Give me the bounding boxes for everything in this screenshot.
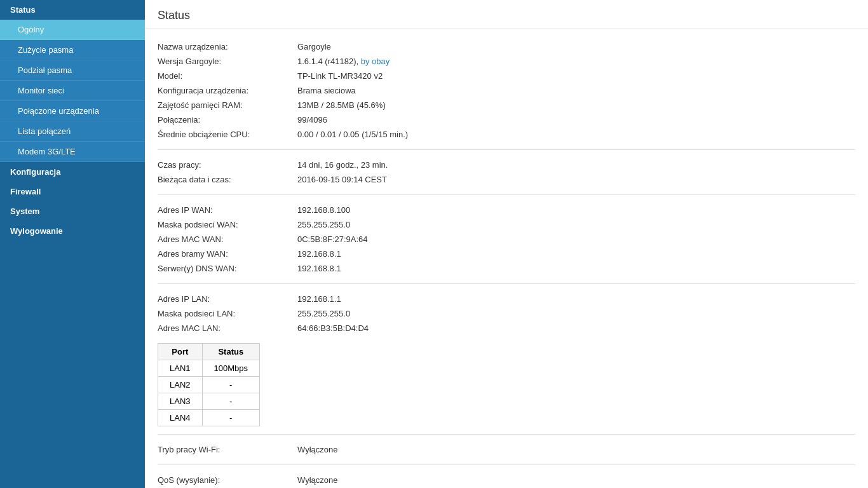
version-value: 1.6.1.4 (r41182), by obay	[297, 54, 855, 69]
lan-ip-row: Adres IP LAN: 192.168.1.1	[158, 292, 855, 306]
lan-mac-row: Adres MAC LAN: 64:66:B3:5B:D4:D4	[158, 321, 855, 336]
qos-up-row: QoS (wysyłanie): Wyłączone	[158, 473, 855, 487]
port-row: LAN4-	[158, 410, 260, 426]
wan-ip-row: Adres IP WAN: 192.168.8.100	[158, 203, 855, 217]
lan-mac-label: Adres MAC LAN:	[158, 321, 297, 336]
lan-mask-label: Maska podsieci LAN:	[158, 306, 297, 321]
port-cell: LAN2	[158, 377, 203, 393]
sidebar-item-monitor-sieci[interactable]: Monitor sieci	[0, 81, 145, 101]
config-row: Konfiguracja urządzenia: Brama sieciowa	[158, 83, 855, 98]
ram-row: Zajętość pamięci RAM: 13MB / 28.5MB (45.…	[158, 98, 855, 112]
wan-mac-row: Adres MAC WAN: 0C:5B:8F:27:9A:64	[158, 232, 855, 247]
uptime-value: 14 dni, 16 godz., 23 min.	[297, 158, 855, 172]
config-label: Konfiguracja urządzenia:	[158, 83, 297, 98]
sidebar-item-podzial-pasma[interactable]: Podział pasma	[0, 60, 145, 81]
sidebar-group-konfiguracja[interactable]: Konfiguracja	[0, 162, 145, 182]
port-cell: LAN1	[158, 360, 203, 377]
wifi-value: Wyłączone	[297, 442, 855, 457]
lan-mac-value: 64:66:B3:5B:D4:D4	[297, 321, 855, 336]
page-title: Status	[145, 0, 868, 29]
model-row: Model: TP-Link TL-MR3420 v2	[158, 69, 855, 83]
port-cell: LAN3	[158, 393, 203, 410]
sidebar-group-status: Status	[0, 0, 145, 20]
sidebar-item-ogolny[interactable]: Ogólny	[0, 20, 145, 40]
version-link[interactable]: by obay	[361, 57, 390, 66]
device-name-value: Gargoyle	[297, 39, 855, 54]
divider-4	[158, 434, 855, 435]
sidebar-item-modem-3g[interactable]: Modem 3G/LTE	[0, 142, 145, 162]
port-status-cell: -	[202, 377, 259, 393]
port-row: LAN1100Mbps	[158, 360, 260, 377]
ram-value: 13MB / 28.5MB (45.6%)	[297, 98, 855, 112]
port-status-cell: 100Mbps	[202, 360, 259, 377]
sidebar-group-wylogowanie[interactable]: Wylogowanie	[0, 221, 145, 241]
wan-dns-label: Serwer(y) DNS WAN:	[158, 261, 297, 276]
ram-label: Zajętość pamięci RAM:	[158, 98, 297, 112]
datetime-label: Bieżąca data i czas:	[158, 172, 297, 187]
connections-row: Połączenia: 99/4096	[158, 112, 855, 127]
sidebar: Status Ogólny Zużycie pasma Podział pasm…	[0, 0, 145, 488]
datetime-value: 2016-09-15 09:14 CEST	[297, 172, 855, 187]
wan-mac-label: Adres MAC WAN:	[158, 232, 297, 247]
wan-dns-value: 192.168.8.1	[297, 261, 855, 276]
wan-gw-row: Adres bramy WAN: 192.168.8.1	[158, 247, 855, 261]
port-cell: LAN4	[158, 410, 203, 426]
wifi-label: Tryb pracy Wi-Fi:	[158, 442, 297, 457]
version-label: Wersja Gargoyle:	[158, 54, 297, 69]
wan-ip-value: 192.168.8.100	[297, 203, 855, 217]
lan-ip-label: Adres IP LAN:	[158, 292, 297, 306]
lan-info-table: Adres IP LAN: 192.168.1.1 Maska podsieci…	[158, 292, 855, 336]
divider-3	[158, 283, 855, 284]
wan-mask-label: Maska podsieci WAN:	[158, 217, 297, 232]
device-name-row: Nazwa urządzenia: Gargoyle	[158, 39, 855, 54]
uptime-row: Czas pracy: 14 dni, 16 godz., 23 min.	[158, 158, 855, 172]
cpu-value: 0.00 / 0.01 / 0.05 (1/5/15 min.)	[297, 127, 855, 142]
version-row: Wersja Gargoyle: 1.6.1.4 (r41182), by ob…	[158, 54, 855, 69]
device-name-label: Nazwa urządzenia:	[158, 39, 297, 54]
port-status-cell: -	[202, 393, 259, 410]
wan-info-table: Adres IP WAN: 192.168.8.100 Maska podsie…	[158, 203, 855, 276]
connections-value: 99/4096	[297, 112, 855, 127]
port-status-cell: -	[202, 410, 259, 426]
config-value: Brama sieciowa	[297, 83, 855, 98]
wan-gw-label: Adres bramy WAN:	[158, 247, 297, 261]
wifi-row: Tryb pracy Wi-Fi: Wyłączone	[158, 442, 855, 457]
lan-mask-row: Maska podsieci LAN: 255.255.255.0	[158, 306, 855, 321]
sidebar-item-polaczone-urzadzenia[interactable]: Połączone urządzenia	[0, 101, 145, 121]
connections-label: Połączenia:	[158, 112, 297, 127]
time-info-table: Czas pracy: 14 dni, 16 godz., 23 min. Bi…	[158, 158, 855, 187]
port-row: LAN3-	[158, 393, 260, 410]
divider-1	[158, 149, 855, 150]
wan-mac-value: 0C:5B:8F:27:9A:64	[297, 232, 855, 247]
wan-mask-row: Maska podsieci WAN: 255.255.255.0	[158, 217, 855, 232]
sidebar-item-zuzycie-pasma[interactable]: Zużycie pasma	[0, 40, 145, 60]
sidebar-group-system[interactable]: System	[0, 201, 145, 221]
port-status-table: Port Status LAN1100MbpsLAN2-LAN3-LAN4-	[158, 343, 260, 426]
device-info-table: Nazwa urządzenia: Gargoyle Wersja Gargoy…	[158, 39, 855, 142]
wan-gw-value: 192.168.8.1	[297, 247, 855, 261]
wan-ip-label: Adres IP WAN:	[158, 203, 297, 217]
port-row: LAN2-	[158, 377, 260, 393]
model-label: Model:	[158, 69, 297, 83]
sidebar-item-lista-polaczen[interactable]: Lista połączeń	[0, 121, 145, 142]
sidebar-group-firewall[interactable]: Firewall	[0, 182, 145, 201]
wan-dns-row: Serwer(y) DNS WAN: 192.168.8.1	[158, 261, 855, 276]
lan-ip-value: 192.168.1.1	[297, 292, 855, 306]
main-content: Status Nazwa urządzenia: Gargoyle Wersja…	[145, 0, 868, 488]
port-table-header: Port Status	[158, 344, 260, 360]
cpu-label: Średnie obciążenie CPU:	[158, 127, 297, 142]
divider-5	[158, 464, 855, 465]
datetime-row: Bieżąca data i czas: 2016-09-15 09:14 CE…	[158, 172, 855, 187]
qos-up-value: Wyłączone	[297, 473, 855, 487]
port-table-body: LAN1100MbpsLAN2-LAN3-LAN4-	[158, 360, 260, 426]
divider-2	[158, 194, 855, 195]
uptime-label: Czas pracy:	[158, 158, 297, 172]
wan-mask-value: 255.255.255.0	[297, 217, 855, 232]
port-col-header: Port	[158, 344, 203, 360]
lan-mask-value: 255.255.255.0	[297, 306, 855, 321]
cpu-row: Średnie obciążenie CPU: 0.00 / 0.01 / 0.…	[158, 127, 855, 142]
wifi-info-table: Tryb pracy Wi-Fi: Wyłączone	[158, 442, 855, 457]
qos-info-table: QoS (wysyłanie): Wyłączone QoS (pobieran…	[158, 473, 855, 488]
status-col-header: Status	[202, 344, 259, 360]
model-value: TP-Link TL-MR3420 v2	[297, 69, 855, 83]
